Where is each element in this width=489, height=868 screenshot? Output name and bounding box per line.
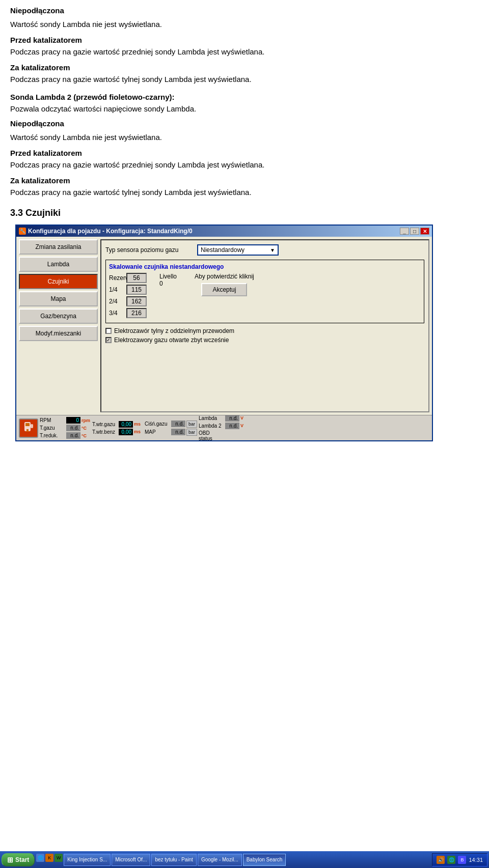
lambda-value: n.d. [225,415,239,422]
sonda-lambda-2-heading: Sonda Lambda 2 (przewód fioletowo-czarny… [10,92,479,102]
lambda2-label: Lambda 2 [199,423,224,429]
lambda-unit: V [240,415,250,421]
calib-input-rezerwa[interactable] [126,273,147,283]
calib-title: Skalowanie czujnika niestandardowego [109,263,421,270]
sonda-lambda-2-text: Pozwala odczytać wartości napięciowe son… [10,103,479,114]
calib-row-24: 2/4 [109,296,147,306]
map-label: MAP [145,429,170,435]
cisn-value: n.d. [171,421,185,427]
treduk-value: n.d. [66,432,80,439]
status-bar: RPM 0 rpm T.gazu n.d. °C T.reduk. n.d. °… [16,415,432,440]
calib-row-34: 3/4 [109,308,147,318]
sensor-type-label: Typ sensora poziomu gazu [105,246,192,254]
sidebar-btn-lambda[interactable]: Lambda [19,257,98,272]
treduk-label: T.reduk. [40,433,65,438]
checkbox-row-2: ✓ Elektrozawory gazu otwarte zbyt wcześn… [105,337,424,344]
przed-katalizatorem-2-text: Podczas pracy na gazie wartość przedniej… [10,159,479,170]
za-katalizatorem-2-text: Podczas pracy na gazie wartość tylnej so… [10,187,479,198]
fuel-svg [23,421,34,435]
status-lambda: Lambda n.d. V [199,415,250,422]
confirm-section: Aby potwierdzić kliknij Akceptuj [195,273,254,296]
za-katalizatorem-1-text: Podczas pracy na gazie wartość tylnej so… [10,74,479,85]
twtr-benz-value: 0,00 [119,429,133,435]
lambda2-unit: V [240,423,250,428]
map-unit: bar [186,429,197,436]
title-bar-text: Konfiguracja dla pojazdu - Konfiguracja:… [28,228,193,235]
calib-row-14: 1/4 [109,285,147,295]
calib-input-34[interactable] [126,308,147,318]
map-value: n.d. [171,429,185,435]
tgazu-value: n.d. [66,425,80,431]
status-obd: OBD status [199,430,250,441]
tgazu-unit: °C [82,426,91,431]
checkbox-elektrozawory-gazu[interactable]: ✓ [105,337,112,343]
sensor-dropdown-value: Niestandardowy [201,246,244,254]
main-panel: Typ sensora poziomu gazu Niestandardowy … [100,239,429,412]
status-group-mid: T.wtr.gazu 0,00 ms T.wtr.benz 0,00 ms [92,421,143,435]
app-body: Zmiana zasilania Lambda Czujniki Mapa Ga… [16,237,432,415]
przed-katalizatorem-1-text: Podczas pracy na gazie wartość przedniej… [10,46,479,57]
status-tgazu: T.gazu n.d. °C [40,425,91,431]
status-group-lambda: Lambda n.d. V Lambda 2 n.d. V OBD status [199,415,250,441]
calib-grid: Rezerwa 1/4 2/4 [109,273,421,320]
niepodlaczona-1-text: Wartość sondy Lambda nie jest wyświetlan… [10,19,479,30]
calib-input-24[interactable] [126,296,147,306]
calib-label-24: 2/4 [109,298,124,305]
rpm-value: 0 [66,417,80,424]
sidebar: Zmiana zasilania Lambda Czujniki Mapa Ga… [19,239,98,412]
status-lambda2: Lambda 2 n.d. V [199,423,250,429]
calib-table: Rezerwa 1/4 2/4 [109,273,147,320]
calib-label-14: 1/4 [109,286,124,293]
przed-katalizatorem-2-heading: Przed katalizatorem [10,148,479,158]
minimize-button[interactable]: _ [400,228,409,235]
checkbox-row-1: Elektrozawór tylny z oddzielnym przewode… [105,327,424,334]
twtr-benz-unit: ms [134,429,143,434]
section-33-heading: 3.3 Czujniki [10,207,479,219]
status-treduk: T.reduk. n.d. °C [40,432,91,439]
cisn-unit: bar [186,421,197,428]
title-bar: 🔧 Konfiguracja dla pojazdu - Konfiguracj… [16,226,432,237]
calib-input-14[interactable] [126,285,147,295]
status-cisn: Ciśń.gazu n.d. bar [145,421,197,428]
close-button[interactable]: ✕ [420,228,429,235]
dropdown-arrow-icon: ▼ [270,247,275,253]
status-map: MAP n.d. bar [145,429,197,436]
title-bar-left: 🔧 Konfiguracja dla pojazdu - Konfiguracj… [19,228,193,235]
twtr-benz-label: T.wtr.benz [92,429,118,435]
status-twtr-gazu: T.wtr.gazu 0,00 ms [92,421,143,428]
maximize-button[interactable]: □ [410,228,419,235]
livello-section: Livello 0 [159,273,177,287]
akceptuj-button[interactable]: Akceptuj [201,283,247,296]
za-katalizatorem-1-heading: Za katalizatorem [10,62,479,73]
status-group-left: RPM 0 rpm T.gazu n.d. °C T.reduk. n.d. °… [40,417,91,439]
checkbox-label-elektrozawor-tylny: Elektrozawór tylny z oddzielnym przewode… [114,327,234,334]
lambda-label: Lambda [199,415,224,421]
calib-row-rezerwa: Rezerwa [109,273,147,283]
status-group-pressure: Ciśń.gazu n.d. bar MAP n.d. bar [145,421,197,436]
svg-rect-1 [25,423,30,426]
sensor-dropdown[interactable]: Niestandardowy ▼ [197,244,279,256]
calib-label-34: 3/4 [109,310,124,317]
main-content: Niepodłączona Wartość sondy Lambda nie j… [0,0,489,441]
sidebar-btn-modyf[interactable]: Modyf.mieszanki [19,326,98,341]
confirm-label: Aby potwierdzić kliknij [195,273,254,280]
treduk-unit: °C [82,433,91,438]
niepodlaczona-2-text: Wartość sondy Lambda nie jest wyświetlan… [10,132,479,143]
checkbox-elektrozawor-tylny[interactable] [105,328,112,334]
livello-label: Livello [159,273,177,280]
sidebar-btn-zmiana[interactable]: Zmiana zasilania [19,239,98,255]
lambda2-value: n.d. [225,423,239,429]
rpm-label: RPM [40,417,65,423]
sidebar-btn-czujniki[interactable]: Czujniki [19,274,98,289]
app-icon: 🔧 [19,228,26,235]
rpm-unit: rpm [82,418,91,423]
przed-katalizatorem-1-heading: Przed katalizatorem [10,35,479,45]
cisn-label: Ciśń.gazu [145,421,170,427]
twtr-gazu-unit: ms [134,422,143,427]
sensor-type-row: Typ sensora poziomu gazu Niestandardowy … [105,244,424,256]
sidebar-btn-gaz[interactable]: Gaz/benzyna [19,309,98,324]
status-rpm: RPM 0 rpm [40,417,91,424]
calib-label-rezerwa: Rezerwa [109,274,124,282]
app-window: 🔧 Konfiguracja dla pojazdu - Konfiguracj… [15,225,433,441]
sidebar-btn-mapa[interactable]: Mapa [19,291,98,306]
